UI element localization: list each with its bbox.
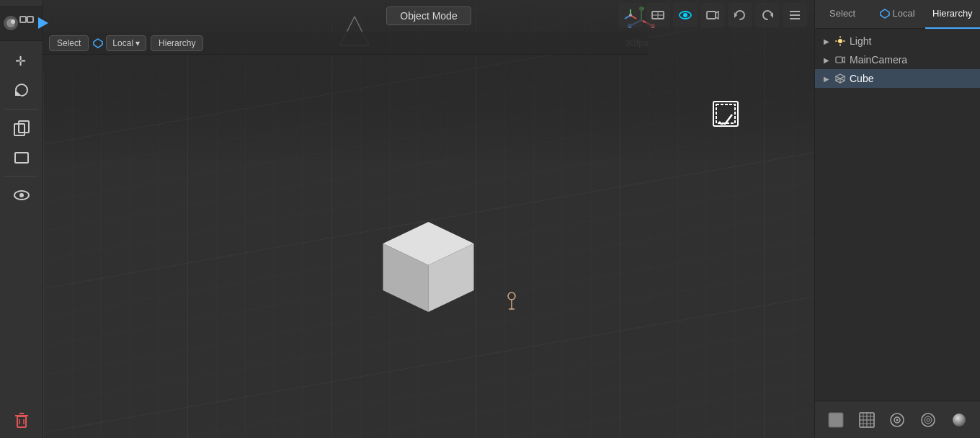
blender-logo-btn[interactable] <box>3 10 19 36</box>
hierarchy-label-light: Light <box>850 35 871 47</box>
tab-local-label: Local <box>892 8 914 19</box>
separator-2 <box>4 176 38 176</box>
outliner-btn[interactable] <box>19 10 35 36</box>
hierarchy-list: ▶ Light ▶ MainCamera <box>815 29 980 401</box>
svg-marker-5 <box>38 17 48 29</box>
svg-point-56 <box>838 39 842 43</box>
origin-dot <box>504 290 519 312</box>
hierarchy-label-camera: MainCamera <box>850 54 907 66</box>
tab-select[interactable]: Select <box>815 0 870 29</box>
move-tool-btn[interactable]: ✛ <box>9 48 35 74</box>
svg-point-82 <box>953 414 966 426</box>
svg-marker-62 <box>842 57 845 63</box>
shading-wire-btn[interactable] <box>854 407 880 433</box>
svg-rect-4 <box>27 17 33 22</box>
top-nav: Select Local ▾ Hierarchy <box>43 32 649 55</box>
camera-hierarchy-icon <box>835 55 845 65</box>
svg-point-46 <box>683 13 687 17</box>
copy-btn[interactable] <box>9 115 35 141</box>
local-dropdown[interactable]: Local ▾ <box>106 35 146 51</box>
hierarchy-item-maincamera[interactable]: ▶ MainCamera <box>815 50 980 69</box>
svg-point-41 <box>629 14 632 17</box>
camera-btn[interactable] <box>700 3 725 27</box>
viewport[interactable]: Object Mode 33fps <box>43 0 814 438</box>
hierarchy-item-light[interactable]: ▶ Light <box>815 32 980 50</box>
hierarchy-btn[interactable]: Hierarchy <box>151 35 203 51</box>
svg-marker-48 <box>716 12 718 19</box>
tab-select-label: Select <box>829 8 855 19</box>
svg-marker-7 <box>15 90 22 96</box>
svg-rect-3 <box>20 17 26 22</box>
cube-hierarchy-icon <box>835 73 845 84</box>
tab-hierarchy[interactable]: Hierarchy <box>925 0 980 29</box>
svg-point-80 <box>925 416 932 424</box>
redo-btn[interactable] <box>755 3 780 27</box>
ortho-toggle-btn[interactable] <box>646 3 670 27</box>
axes-gizmo-btn[interactable] <box>618 3 643 27</box>
svg-marker-54 <box>94 39 102 48</box>
svg-text:✛: ✛ <box>15 54 26 68</box>
selection-box-icon <box>713 101 739 127</box>
local-label: Local <box>112 38 133 48</box>
svg-point-78 <box>896 419 899 421</box>
svg-point-81 <box>927 419 930 421</box>
svg-point-12 <box>19 193 24 197</box>
svg-rect-10 <box>15 153 28 163</box>
left-toolbar: ✛ <box>0 0 43 438</box>
svg-rect-61 <box>836 57 842 63</box>
svg-marker-55 <box>881 9 889 18</box>
scene-cube <box>373 211 485 323</box>
hierarchy-arrow-camera: ▶ <box>824 56 829 64</box>
local-icon <box>93 38 103 48</box>
play-btn[interactable] <box>35 10 50 36</box>
undo-btn[interactable] <box>728 3 752 27</box>
select-btn[interactable]: Select <box>49 35 89 51</box>
svg-point-79 <box>922 414 935 426</box>
right-panel: Select Local Hierarchy ▶ <box>814 0 980 438</box>
hierarchy-arrow-light: ▶ <box>824 37 829 45</box>
sphere-btn[interactable] <box>946 407 972 433</box>
svg-point-2 <box>11 19 15 24</box>
shading-material-btn[interactable] <box>884 407 910 433</box>
svg-line-23 <box>355 17 362 31</box>
svg-rect-68 <box>829 413 843 427</box>
hierarchy-item-cube[interactable]: ▶ Cube <box>815 69 980 88</box>
right-panel-bottom <box>815 401 980 438</box>
delete-btn[interactable] <box>9 406 35 432</box>
svg-marker-63 <box>836 74 845 79</box>
separator-1 <box>4 109 38 110</box>
svg-point-28 <box>508 292 515 300</box>
viewport-icons <box>618 3 807 27</box>
view-mode-btn[interactable] <box>673 3 698 27</box>
shading-solid-btn[interactable] <box>823 407 849 433</box>
view-btn[interactable] <box>9 182 35 208</box>
toolbar-top-group <box>0 6 43 41</box>
rotate-tool-btn[interactable] <box>9 77 35 103</box>
local-tab-icon <box>880 9 890 19</box>
dropdown-arrow: ▾ <box>135 38 140 48</box>
light-icon <box>835 36 845 46</box>
shading-render-btn[interactable] <box>915 407 941 433</box>
hierarchy-arrow-cube: ▶ <box>824 75 829 83</box>
hierarchy-label-cube: Cube <box>850 73 873 84</box>
svg-rect-47 <box>707 12 716 19</box>
svg-rect-13 <box>17 416 26 427</box>
menu-btn[interactable] <box>783 3 807 27</box>
object-mode-btn[interactable]: Object Mode <box>386 6 471 25</box>
tab-local[interactable]: Local <box>870 0 925 29</box>
svg-line-22 <box>347 17 355 31</box>
right-panel-header: Select Local Hierarchy <box>815 0 980 29</box>
tab-hierarchy-label: Hierarchy <box>932 8 973 19</box>
svg-rect-37 <box>716 104 735 123</box>
object-btn[interactable] <box>9 144 35 170</box>
